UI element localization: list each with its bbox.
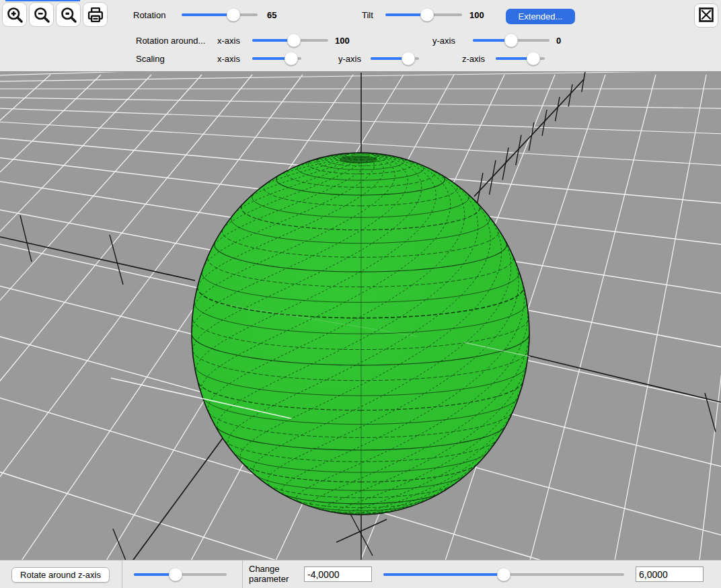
tilt-slider[interactable] (385, 8, 462, 22)
zoom-out-button[interactable] (29, 2, 54, 27)
window-accent-strip (5, 0, 80, 1)
rotation-around-y-label: y-axis (432, 36, 455, 46)
toolbar: Rotation 65 Tilt 100 Extended... Rotatio… (0, 0, 721, 72)
viewport-3d-sphere[interactable] (0, 71, 721, 560)
rotation-label: Rotation (133, 10, 165, 20)
rotation-slider[interactable] (182, 8, 258, 22)
rotation-around-x-value: 100 (335, 36, 350, 46)
rotation-around-y-value: 0 (556, 36, 561, 46)
change-parameter-label: Change parameter (249, 564, 299, 584)
scaling-y-thumb[interactable] (402, 52, 415, 65)
animation-slider-thumb[interactable] (169, 568, 182, 581)
scaling-x-label: x-axis (217, 54, 240, 64)
scaling-z-label: z-axis (462, 54, 485, 64)
scaling-y-slider[interactable] (371, 52, 419, 65)
extended-button[interactable]: Extended... (506, 9, 575, 24)
animation-slider[interactable] (134, 568, 227, 581)
close-window-button[interactable] (694, 3, 718, 28)
rotation-around-label: Rotation around... (136, 36, 205, 46)
scaling-x-thumb[interactable] (284, 52, 298, 65)
rotation-around-y-thumb[interactable] (504, 34, 518, 47)
separator (122, 560, 122, 588)
rotation-slider-thumb[interactable] (227, 8, 240, 22)
separator (242, 560, 243, 588)
parameter-slider-thumb[interactable] (497, 568, 510, 581)
zoom-in-icon (5, 5, 24, 24)
rotate-around-z-button[interactable]: Rotate around z-axis (11, 567, 110, 583)
parameter-max-input[interactable] (636, 566, 704, 582)
tilt-label: Tilt (362, 10, 373, 20)
rotation-around-x-slider[interactable] (252, 34, 328, 47)
rotation-around-x-label: x-axis (217, 36, 240, 46)
rotation-around-y-slider[interactable] (473, 34, 549, 47)
parameter-min-input[interactable] (304, 566, 372, 582)
zoom-out-icon (32, 5, 51, 24)
scaling-z-slider[interactable] (496, 52, 545, 65)
print-icon (86, 5, 105, 24)
tilt-slider-thumb[interactable] (420, 8, 434, 22)
bottom-bar: Rotate around z-axis Change parameter (0, 560, 721, 588)
zoom-in-button[interactable] (2, 2, 27, 27)
parameter-slider[interactable] (383, 568, 624, 581)
tilt-value: 100 (469, 10, 484, 20)
rotation-value: 65 (267, 10, 276, 20)
scaling-x-slider[interactable] (252, 52, 301, 65)
rotation-around-x-thumb[interactable] (287, 34, 301, 47)
print-button[interactable] (83, 2, 108, 27)
zoom-out-small-button[interactable] (56, 2, 81, 27)
close-window-icon (695, 3, 718, 28)
scaling-y-label: y-axis (338, 54, 361, 64)
scaling-label: Scaling (136, 54, 165, 64)
application-window: Rotation 65 Tilt 100 Extended... Rotatio… (0, 0, 721, 588)
zoom-out-small-icon (59, 5, 78, 24)
scaling-z-thumb[interactable] (527, 52, 540, 65)
